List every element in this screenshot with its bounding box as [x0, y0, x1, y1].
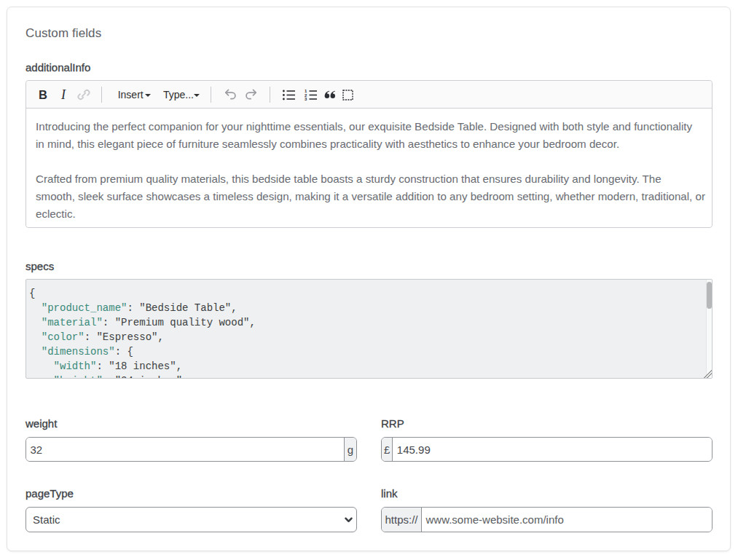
svg-text:3: 3 — [305, 97, 307, 101]
